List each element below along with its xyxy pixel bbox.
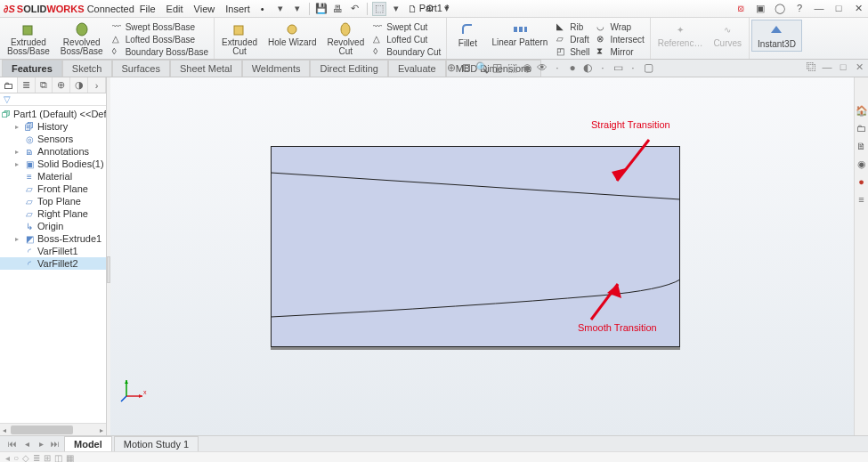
user-icon[interactable]: ◯ — [774, 2, 786, 14]
extruded-boss-button[interactable]: Extruded Boss/Base — [2, 20, 55, 58]
tree-node[interactable]: ▸◩Boss-Extrude1 — [0, 232, 106, 245]
instant3d-button[interactable]: Instant3D — [751, 20, 802, 52]
draft-button[interactable]: ▱Draft — [556, 33, 589, 45]
fm-tab-dim-icon[interactable]: ⊕ — [53, 77, 70, 93]
terminal-icon[interactable]: ▣ — [754, 2, 767, 14]
tree-node[interactable]: ▱Front Plane — [0, 182, 106, 195]
view-palette-icon[interactable]: ◉ — [856, 158, 868, 170]
doc-close-icon[interactable]: ✕ — [854, 61, 864, 72]
tab-surfaces[interactable]: Surfaces — [112, 60, 170, 77]
reference-geometry-button[interactable]: ✦Referenc… — [653, 20, 709, 50]
design-library-icon[interactable]: 🗀 — [856, 122, 868, 134]
tab-sketch[interactable]: Sketch — [62, 60, 112, 77]
doc-restore-icon[interactable]: ⿻ — [806, 61, 816, 72]
file-explorer-icon[interactable]: 🗎 — [856, 140, 868, 152]
lofted-cut-button[interactable]: △Lofted Cut — [373, 33, 441, 45]
boundary-cut-button[interactable]: ◊Boundary Cut — [373, 45, 441, 58]
fm-filter-bar[interactable]: ▽ — [0, 93, 106, 106]
curves-button[interactable]: ∿Curves — [708, 20, 747, 50]
timeline-btn-2[interactable]: ○ — [13, 453, 19, 462]
tab-direct-editing[interactable]: Direct Editing — [310, 60, 387, 77]
close-icon[interactable]: ✕ — [852, 2, 864, 14]
view-triad[interactable]: x — [119, 377, 146, 403]
tree-node[interactable]: ▸▣Solid Bodies(1) — [0, 158, 106, 170]
tree-node[interactable]: ▸🗐History — [0, 120, 106, 133]
revolved-cut-button[interactable]: Revolved Cut — [322, 20, 370, 58]
appearances-icon[interactable]: ● — [856, 175, 868, 188]
tree-node[interactable]: ◎Sensors — [0, 133, 106, 145]
minimize-icon[interactable]: ― — [813, 2, 825, 14]
maximize-icon[interactable]: □ — [832, 2, 845, 14]
tab-next-icon[interactable]: ▸ — [34, 438, 48, 450]
hide-show-icon[interactable]: 👁 — [536, 61, 548, 74]
tab-prev-icon[interactable]: ◂ — [20, 438, 34, 450]
timeline-btn-4[interactable]: ≣ — [33, 453, 40, 462]
view-settings-icon[interactable]: ▭ — [612, 61, 624, 74]
swept-cut-button[interactable]: 〰Swept Cut — [373, 20, 441, 33]
graphics-area[interactable]: Straight Transition Smooth Transition x — [110, 77, 854, 435]
display-style-icon[interactable]: ◉ — [521, 61, 533, 74]
fm-tab-tree-icon[interactable]: 🗀 — [0, 77, 18, 93]
zoom-area-icon[interactable]: ⊡ — [460, 61, 473, 74]
view-orient-icon[interactable]: ⬚ — [506, 61, 518, 74]
fillet-button[interactable]: Fillet — [449, 20, 486, 50]
timeline-btn-6[interactable]: ◫ — [54, 453, 62, 462]
prev-view-icon[interactable]: 🔍 — [475, 61, 488, 74]
tree-node[interactable]: ◜VarFillet1 — [0, 245, 106, 257]
tab-evaluate[interactable]: Evaluate — [388, 60, 446, 77]
fm-tab-more-icon[interactable]: › — [88, 77, 106, 93]
mirror-button[interactable]: ⧗Mirror — [596, 45, 644, 58]
timeline-btn-5[interactable]: ⊞ — [44, 453, 51, 462]
menu-pin[interactable]: • — [256, 4, 270, 14]
wrap-button[interactable]: ◡Wrap — [596, 20, 644, 33]
timeline-btn-3[interactable]: ◇ — [22, 453, 29, 462]
menu-view[interactable]: View — [189, 4, 221, 14]
fm-tab-config-icon[interactable]: ⧉ — [36, 77, 53, 93]
revolved-boss-button[interactable]: Revolved Boss/Base — [55, 20, 109, 58]
timeline-btn-7[interactable]: ▦ — [66, 453, 74, 462]
fm-tab-property-icon[interactable]: ≣ — [18, 77, 36, 93]
lofted-boss-button[interactable]: △Lofted Boss/Base — [112, 33, 208, 45]
tree-node[interactable]: ▱Top Plane — [0, 195, 106, 207]
tree-node[interactable]: ≡Material — [0, 170, 106, 182]
tab-first-icon[interactable]: ⏮ — [5, 438, 20, 450]
swept-boss-button[interactable]: 〰Swept Boss/Base — [112, 20, 208, 33]
doc-maximize-icon[interactable]: □ — [838, 61, 848, 72]
compass-icon[interactable]: ⦻ — [734, 2, 747, 14]
ruler-icon[interactable]: 🗋 — [406, 2, 420, 16]
doc-minimize-icon[interactable]: ― — [822, 61, 832, 72]
tab-motion-study[interactable]: Motion Study 1 — [114, 436, 199, 451]
scroll-left-icon[interactable]: ◂ — [0, 425, 9, 435]
help-icon[interactable]: ? — [793, 2, 806, 14]
tab-last-icon[interactable]: ⏭ — [48, 438, 62, 450]
open-icon[interactable]: ▾ — [290, 2, 304, 16]
extruded-cut-button[interactable]: Extruded Cut — [216, 20, 263, 58]
fm-tab-display-icon[interactable]: ◑ — [70, 77, 88, 93]
timeline-btn-1[interactable]: ◂ — [5, 453, 10, 462]
tree-node[interactable]: ▸🗈Annotations — [0, 145, 106, 158]
custom-props-icon[interactable]: ≡ — [856, 193, 868, 206]
print-icon[interactable]: 🖶 — [331, 2, 345, 16]
render-icon[interactable]: ▢ — [642, 61, 654, 74]
hole-wizard-button[interactable]: Hole Wizard — [263, 20, 321, 49]
select-icon[interactable]: ⬚ — [372, 2, 386, 16]
scroll-thumb[interactable] — [11, 426, 73, 434]
resources-icon[interactable]: 🏠 — [856, 104, 868, 117]
tree-node[interactable]: ↳Origin — [0, 220, 106, 232]
zoom-fit-icon[interactable]: ⊕ — [445, 61, 458, 74]
undo-icon[interactable]: ↶ — [348, 2, 362, 16]
shell-button[interactable]: ◰Shell — [556, 45, 589, 58]
tab-sheet-metal[interactable]: Sheet Metal — [170, 60, 242, 77]
save-icon[interactable]: 💾 — [314, 2, 329, 16]
apply-scene-icon[interactable]: ◐ — [581, 61, 594, 74]
tab-weldments[interactable]: Weldments — [242, 60, 311, 77]
tree-node[interactable]: ◜VarFillet2 — [0, 257, 106, 270]
tab-model[interactable]: Model — [64, 436, 112, 451]
menu-file[interactable]: File — [134, 4, 161, 14]
rebuild-icon[interactable]: ▾ — [389, 2, 403, 16]
edit-appearance-icon[interactable]: ● — [566, 61, 579, 74]
rib-button[interactable]: ◣Rib — [556, 20, 589, 33]
tree-node[interactable]: ▱Right Plane — [0, 207, 106, 220]
linear-pattern-button[interactable]: Linear Pattern — [486, 20, 553, 49]
tab-features[interactable]: Features — [2, 60, 62, 77]
